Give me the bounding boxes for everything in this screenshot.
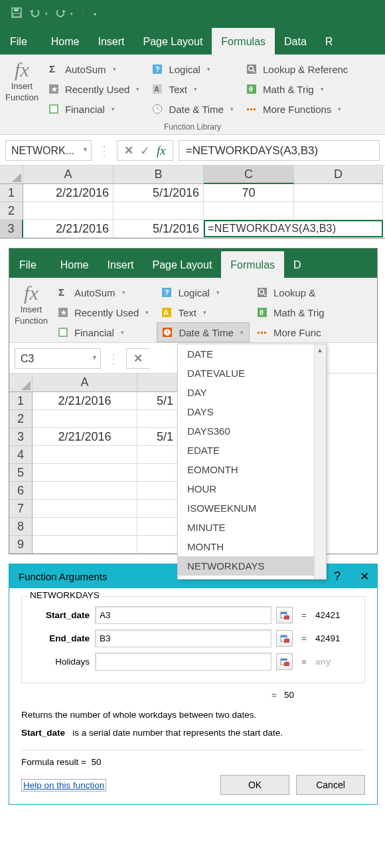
cell-b8[interactable] xyxy=(137,518,177,536)
dd-item-minute[interactable]: MINUTE xyxy=(178,518,326,537)
redo-icon[interactable] xyxy=(54,7,66,19)
row-header-3[interactable]: 3 xyxy=(0,220,23,238)
dd-item-eomonth[interactable]: EOMONTH xyxy=(178,460,326,479)
insert-function-button[interactable]: fx Insert Function xyxy=(9,281,53,342)
cell-b5[interactable] xyxy=(137,464,177,482)
close-icon[interactable]: ✕ xyxy=(360,570,369,584)
formula-bar[interactable]: =NETWORKDAYS(A3,B3) xyxy=(179,140,380,161)
col-header-c[interactable]: C xyxy=(204,165,294,184)
name-box[interactable]: NETWORK...▼ xyxy=(5,140,92,161)
cancel-icon[interactable]: ✕ xyxy=(133,352,143,366)
help-link[interactable]: Help on this function xyxy=(21,779,106,792)
scrollbar[interactable]: ▲ xyxy=(314,344,326,579)
arg-input-holidays[interactable] xyxy=(95,653,271,671)
select-all-corner[interactable] xyxy=(9,374,33,392)
lookup-button[interactable]: Lookup & xyxy=(252,282,330,302)
cell-a8[interactable] xyxy=(33,518,137,536)
tab-data[interactable]: Data xyxy=(275,28,316,54)
autosum-button[interactable]: ΣAutoSum▾ xyxy=(44,59,145,79)
row-header-5[interactable]: 5 xyxy=(9,464,33,482)
cell-a4[interactable] xyxy=(33,446,137,464)
chevron-down-icon[interactable]: ▼ xyxy=(82,146,88,153)
undo-icon[interactable] xyxy=(29,7,41,19)
logical-button[interactable]: ?Logical▾ xyxy=(147,59,239,79)
tab-file[interactable]: File xyxy=(7,28,42,54)
fx-icon[interactable]: fx xyxy=(157,144,166,158)
select-all-corner[interactable] xyxy=(0,165,23,184)
tab-page-layout[interactable]: Page Layout xyxy=(133,28,212,54)
insert-function-button[interactable]: fx Insert Function xyxy=(0,58,44,119)
tab-formulas[interactable]: Formulas xyxy=(212,28,275,54)
dd-item-datevalue[interactable]: DATEVALUE xyxy=(178,364,326,383)
date-time-button[interactable]: Date & Time▾ xyxy=(157,322,250,342)
cancel-button[interactable]: Cancel xyxy=(296,775,365,795)
cell-b2[interactable] xyxy=(114,202,204,220)
cancel-icon[interactable]: ✕ xyxy=(124,144,133,158)
more-functions-button[interactable]: More Functions▾ xyxy=(242,99,353,119)
row-header-9[interactable]: 9 xyxy=(9,536,33,554)
cell-a9[interactable] xyxy=(33,536,137,554)
tab-insert[interactable]: Insert xyxy=(98,251,143,278)
customize-qat-icon[interactable]: ▾ xyxy=(94,11,96,17)
row-header-1[interactable]: 1 xyxy=(9,392,33,410)
collapse-dialog-icon[interactable] xyxy=(276,630,293,647)
scroll-up-icon[interactable]: ▲ xyxy=(314,344,326,356)
name-box[interactable]: C3▼ xyxy=(15,348,101,369)
logical-button[interactable]: ?Logical▾ xyxy=(157,282,250,302)
date-time-button[interactable]: Date & Time▾ xyxy=(147,99,239,119)
row-header-2[interactable]: 2 xyxy=(0,202,23,220)
cell-b3[interactable]: 5/1 xyxy=(137,428,177,446)
cell-b9[interactable] xyxy=(137,536,177,554)
cell-b2[interactable] xyxy=(137,410,177,428)
chevron-down-icon[interactable]: ▼ xyxy=(92,354,98,361)
tab-insert[interactable]: Insert xyxy=(88,28,133,54)
dd-item-days[interactable]: DAYS xyxy=(178,402,326,421)
financial-button[interactable]: Financial▾ xyxy=(53,322,155,342)
row-header-2[interactable]: 2 xyxy=(9,410,33,428)
row-header-7[interactable]: 7 xyxy=(9,500,33,518)
dd-item-isoweeknum[interactable]: ISOWEEKNUM xyxy=(178,498,326,518)
cell-b3[interactable]: 5/1/2016 xyxy=(114,220,204,238)
cell-c2[interactable] xyxy=(204,202,294,220)
row-header-4[interactable]: 4 xyxy=(9,446,33,464)
cell-a5[interactable] xyxy=(33,464,137,482)
dd-item-month[interactable]: MONTH xyxy=(178,537,326,556)
help-icon[interactable]: ? xyxy=(334,570,341,584)
cell-c3[interactable]: =NETWORKDAYS(A3,B3) xyxy=(204,220,383,238)
cell-b4[interactable] xyxy=(137,446,177,464)
cell-b1[interactable]: 5/1 xyxy=(137,392,177,410)
collapse-dialog-icon[interactable] xyxy=(276,607,293,623)
tab-data[interactable]: D xyxy=(284,251,304,278)
math-trig-button[interactable]: θMath & Trig xyxy=(252,302,330,322)
row-header-1[interactable]: 1 xyxy=(0,184,23,202)
recently-used-button[interactable]: ★Recently Used▾ xyxy=(44,79,145,99)
row-header-3[interactable]: 3 xyxy=(9,428,33,446)
arg-input-end-date[interactable]: B3 xyxy=(95,629,271,647)
cell-a6[interactable] xyxy=(33,482,137,500)
recently-used-button[interactable]: ★Recently Used▾ xyxy=(53,302,155,322)
col-header-a[interactable]: A xyxy=(23,165,114,184)
tab-home[interactable]: Home xyxy=(51,251,98,278)
dd-item-networkdays[interactable]: NETWORKDAYS xyxy=(178,556,326,576)
cell-b6[interactable] xyxy=(137,482,177,500)
collapse-dialog-icon[interactable] xyxy=(276,653,293,670)
financial-button[interactable]: Financial▾ xyxy=(44,99,145,119)
cell-a7[interactable] xyxy=(33,500,137,518)
tab-home[interactable]: Home xyxy=(42,28,89,54)
cell-a2[interactable] xyxy=(23,202,114,220)
dd-item-hour[interactable]: HOUR xyxy=(178,479,326,498)
dd-item-edate[interactable]: EDATE xyxy=(178,441,326,460)
enter-icon[interactable]: ✓ xyxy=(140,144,150,158)
tab-extra[interactable]: R xyxy=(316,28,343,54)
lookup-button[interactable]: Lookup & Referenc xyxy=(242,59,353,79)
tab-page-layout[interactable]: Page Layout xyxy=(143,251,221,278)
cell-d2[interactable] xyxy=(294,202,383,220)
autosum-button[interactable]: ΣAutoSum▾ xyxy=(53,282,155,302)
tab-file[interactable]: File xyxy=(16,251,51,278)
arg-input-start-date[interactable]: A3 xyxy=(95,606,271,624)
cell-a1[interactable]: 2/21/2016 xyxy=(23,184,114,202)
cell-d1[interactable] xyxy=(294,184,383,202)
col-header-b[interactable] xyxy=(137,374,177,392)
worksheet-grid[interactable]: A B C D 1 2/21/2016 5/1/2016 70 2 3 2/21… xyxy=(0,165,385,239)
cell-c1[interactable]: 70 xyxy=(204,184,294,202)
